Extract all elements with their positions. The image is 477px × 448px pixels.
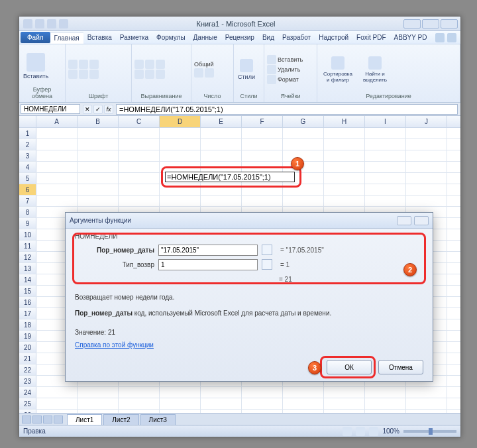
- wrap-icon[interactable]: [156, 70, 165, 79]
- row-header[interactable]: 16: [19, 297, 36, 308]
- cell[interactable]: [201, 387, 242, 398]
- italic-icon[interactable]: [79, 60, 88, 69]
- col-header[interactable]: H: [324, 116, 365, 127]
- close-button[interactable]: [441, 19, 458, 28]
- name-box[interactable]: [21, 104, 80, 114]
- col-header[interactable]: C: [119, 116, 160, 127]
- insert-row-icon[interactable]: [267, 55, 276, 64]
- border-icon[interactable]: [68, 70, 78, 79]
- col-header[interactable]: A: [36, 116, 78, 127]
- tab-foxit[interactable]: Foxit PDF: [352, 32, 390, 43]
- cell[interactable]: [242, 398, 283, 409]
- help-icon[interactable]: [435, 33, 445, 42]
- cell[interactable]: [160, 196, 201, 206]
- cell[interactable]: [406, 128, 447, 139]
- cell[interactable]: [201, 150, 242, 161]
- cell[interactable]: [201, 139, 242, 150]
- col-header[interactable]: F: [242, 116, 283, 127]
- file-tab[interactable]: Файл: [21, 32, 50, 43]
- cell[interactable]: [119, 139, 160, 150]
- maximize-button[interactable]: [422, 19, 439, 28]
- cell[interactable]: [365, 139, 406, 150]
- row-header[interactable]: 17: [19, 308, 36, 319]
- cell[interactable]: [283, 128, 324, 139]
- cell[interactable]: [365, 398, 406, 409]
- tab-addins[interactable]: Надстрой: [315, 32, 352, 43]
- cell[interactable]: [78, 162, 119, 172]
- currency-icon[interactable]: [194, 68, 203, 78]
- cell[interactable]: [119, 184, 160, 195]
- fx-icon[interactable]: fx: [104, 105, 113, 114]
- cell[interactable]: [324, 184, 365, 195]
- row-header[interactable]: 6: [19, 184, 36, 195]
- row-header[interactable]: 2: [19, 139, 36, 150]
- cell[interactable]: [406, 173, 447, 184]
- sheet-nav-last-icon[interactable]: [54, 416, 63, 423]
- row-header[interactable]: 5: [19, 173, 36, 184]
- underline-icon[interactable]: [89, 60, 99, 69]
- cell[interactable]: [78, 196, 119, 206]
- tab-data[interactable]: Данные: [189, 32, 221, 43]
- cell[interactable]: [78, 139, 119, 150]
- cell[interactable]: [406, 150, 447, 161]
- cell[interactable]: [160, 398, 201, 409]
- cell[interactable]: [283, 398, 324, 409]
- cell[interactable]: [406, 162, 447, 172]
- row-header[interactable]: 13: [19, 263, 36, 274]
- row-header[interactable]: 9: [19, 218, 36, 229]
- row-header[interactable]: 25: [19, 398, 36, 409]
- dialog-help-icon[interactable]: [397, 216, 411, 225]
- cell[interactable]: [78, 387, 119, 398]
- view-normal-icon[interactable]: [343, 427, 352, 436]
- row-header[interactable]: 18: [19, 319, 36, 330]
- cell[interactable]: [36, 139, 78, 150]
- cell[interactable]: [119, 173, 160, 184]
- tab-review[interactable]: Рецензир: [221, 32, 258, 43]
- tab-developer[interactable]: Разработ: [278, 32, 315, 43]
- minimize-button[interactable]: [403, 19, 421, 28]
- cell[interactable]: [160, 150, 201, 161]
- cancel-formula-icon[interactable]: ✕: [83, 105, 92, 114]
- cell[interactable]: [119, 162, 160, 172]
- redo-icon[interactable]: [59, 19, 68, 28]
- row-header[interactable]: 23: [19, 376, 36, 386]
- cell[interactable]: [201, 128, 242, 139]
- cell[interactable]: [324, 398, 365, 409]
- save-icon[interactable]: [35, 19, 44, 28]
- row-header[interactable]: 21: [19, 353, 36, 364]
- indent-icon[interactable]: [134, 70, 144, 79]
- col-header[interactable]: J: [406, 116, 447, 127]
- cell[interactable]: [242, 139, 283, 150]
- tab-layout[interactable]: Разметка: [116, 32, 152, 43]
- align-left-icon[interactable]: [134, 60, 144, 69]
- minimize-ribbon-icon[interactable]: [447, 33, 456, 42]
- cell[interactable]: [78, 150, 119, 161]
- styles-button[interactable]: Стили: [237, 58, 256, 82]
- cell[interactable]: [36, 398, 78, 409]
- cell[interactable]: [36, 150, 78, 161]
- cell[interactable]: [160, 128, 201, 139]
- col-header[interactable]: G: [283, 116, 324, 127]
- cell[interactable]: [242, 387, 283, 398]
- cell[interactable]: [36, 184, 78, 195]
- row-header[interactable]: 19: [19, 331, 36, 341]
- row-header[interactable]: 7: [19, 196, 36, 206]
- cell[interactable]: [160, 139, 201, 150]
- cell[interactable]: [78, 128, 119, 139]
- row-header[interactable]: 22: [19, 364, 36, 375]
- tab-formulas[interactable]: Формулы: [152, 32, 189, 43]
- cell[interactable]: [283, 139, 324, 150]
- tab-abbyy[interactable]: ABBYY PD: [390, 32, 431, 43]
- cell[interactable]: [324, 150, 365, 161]
- col-header[interactable]: I: [365, 116, 406, 127]
- paste-button[interactable]: Вставить: [22, 52, 50, 81]
- tab-home[interactable]: Главная: [50, 32, 83, 44]
- cell[interactable]: [324, 196, 365, 206]
- cell[interactable]: [406, 184, 447, 195]
- cell[interactable]: [242, 150, 283, 161]
- sheet-nav-next-icon[interactable]: [43, 416, 52, 423]
- cell[interactable]: [324, 128, 365, 139]
- cell[interactable]: [78, 184, 119, 195]
- tab-view[interactable]: Вид: [258, 32, 278, 43]
- cell[interactable]: [365, 150, 406, 161]
